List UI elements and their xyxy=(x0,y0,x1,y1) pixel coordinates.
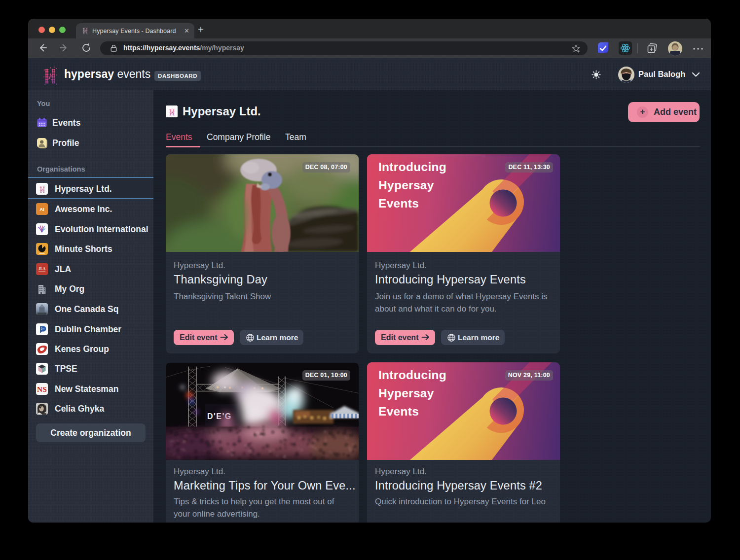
svg-text:JLA: JLA xyxy=(38,267,46,271)
svg-text:NS: NS xyxy=(37,385,47,393)
svg-text:AI: AI xyxy=(39,207,44,212)
svg-text:minute: minute xyxy=(39,252,44,254)
